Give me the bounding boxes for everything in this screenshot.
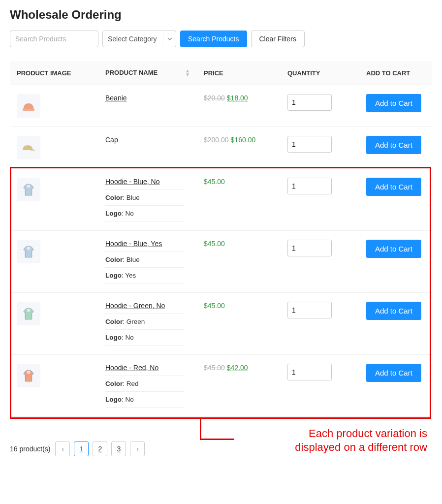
product-name-link[interactable]: Hoodie - Green, No	[105, 302, 165, 310]
col-name-label: PRODUCT NAME	[105, 69, 158, 76]
quantity-input[interactable]	[287, 240, 332, 256]
price-cell: $45.00$42.00	[197, 355, 281, 417]
annotation-connector	[200, 439, 234, 440]
attr-logo: Logo: Yes	[105, 268, 184, 284]
product-attributes: Color: RedLogo: No	[105, 376, 184, 408]
product-name-link[interactable]: Beanie	[105, 94, 127, 102]
chevron-down-icon	[163, 31, 176, 47]
table-row: Hoodie - Red, NoColor: RedLogo: No$45.00…	[10, 355, 432, 417]
product-attributes: Color: BlueLogo: No	[105, 189, 184, 221]
table-row: Hoodie - Green, NoColor: GreenLogo: No$4…	[10, 293, 432, 355]
sort-icon[interactable]: ▲▼	[185, 69, 190, 77]
svg-point-3	[27, 247, 31, 250]
quantity-input[interactable]	[287, 178, 332, 194]
col-name[interactable]: PRODUCT NAME ▲▼	[98, 61, 197, 85]
product-image	[17, 136, 40, 159]
pagination-page[interactable]: 3	[111, 441, 126, 456]
product-attributes: Color: BlueLogo: Yes	[105, 252, 184, 284]
product-image	[17, 178, 40, 201]
table-row: Hoodie - Blue, YesColor: BlueLogo: Yes$4…	[10, 231, 432, 293]
svg-point-4	[27, 309, 31, 312]
col-action: ADD TO CART	[359, 61, 432, 85]
col-qty: QUANTITY	[281, 61, 359, 85]
add-to-cart-button[interactable]: Add to Cart	[366, 240, 421, 258]
add-to-cart-button[interactable]: Add to Cart	[366, 136, 421, 154]
pagination-count: 16 product(s)	[10, 445, 50, 453]
price-cell: $20.00$18.00	[197, 85, 281, 127]
pagination-next[interactable]: ›	[130, 441, 145, 456]
svg-point-5	[27, 371, 31, 374]
attr-logo: Logo: No	[105, 330, 184, 346]
quantity-input[interactable]	[287, 364, 332, 380]
product-image	[17, 94, 40, 118]
pagination-page[interactable]: 2	[93, 441, 107, 456]
product-image	[17, 302, 40, 325]
product-image	[17, 364, 40, 387]
col-image: PRODUCT IMAGE	[10, 61, 98, 85]
price-cell: $45.00	[197, 231, 281, 293]
table-row: Cap$200.00$160.00Add to Cart	[10, 127, 432, 169]
pagination: 16 product(s) ‹123›	[10, 441, 432, 456]
annotation-connector	[200, 419, 201, 439]
attr-logo: Logo: No	[105, 206, 184, 221]
product-name-link[interactable]: Hoodie - Red, No	[105, 364, 158, 372]
category-select[interactable]: Select Category	[102, 31, 176, 47]
products-table: PRODUCT IMAGE PRODUCT NAME ▲▼ PRICE QUAN…	[10, 61, 432, 417]
price-cell: $200.00$160.00	[197, 127, 281, 169]
add-to-cart-button[interactable]: Add to Cart	[366, 178, 421, 196]
search-input[interactable]	[10, 31, 98, 47]
price-cell: $45.00	[197, 293, 281, 355]
product-image	[17, 240, 40, 263]
add-to-cart-button[interactable]: Add to Cart	[366, 302, 421, 320]
product-attributes: Color: GreenLogo: No	[105, 314, 184, 346]
add-to-cart-button[interactable]: Add to Cart	[366, 94, 421, 112]
quantity-input[interactable]	[287, 302, 332, 318]
attr-color: Color: Green	[105, 314, 184, 330]
pagination-page[interactable]: 1	[74, 441, 89, 456]
attr-color: Color: Red	[105, 376, 184, 392]
product-name-link[interactable]: Hoodie - Blue, Yes	[105, 240, 162, 248]
page-title: Wholesale Ordering	[10, 8, 432, 22]
search-products-button[interactable]: Search Products	[180, 31, 247, 47]
quantity-input[interactable]	[287, 94, 332, 111]
product-name-link[interactable]: Cap	[105, 136, 118, 144]
svg-point-2	[27, 185, 31, 188]
attr-color: Color: Blue	[105, 252, 184, 268]
attr-color: Color: Blue	[105, 189, 184, 206]
clear-filters-button[interactable]: Clear Filters	[251, 31, 305, 47]
col-price: PRICE	[197, 61, 281, 85]
pagination-prev[interactable]: ‹	[55, 441, 70, 456]
price-cell: $45.00	[197, 169, 281, 231]
table-row: Beanie$20.00$18.00Add to Cart	[10, 85, 432, 127]
quantity-input[interactable]	[287, 136, 332, 153]
add-to-cart-button[interactable]: Add to Cart	[366, 364, 421, 382]
filter-bar: Select Category Search Products Clear Fi…	[10, 31, 432, 47]
product-name-link[interactable]: Hoodie - Blue, No	[105, 178, 160, 186]
svg-rect-0	[23, 108, 34, 111]
attr-logo: Logo: No	[105, 392, 184, 408]
category-select-label: Select Category	[108, 35, 157, 43]
table-row: Hoodie - Blue, NoColor: BlueLogo: No$45.…	[10, 169, 432, 231]
svg-point-1	[30, 149, 35, 151]
